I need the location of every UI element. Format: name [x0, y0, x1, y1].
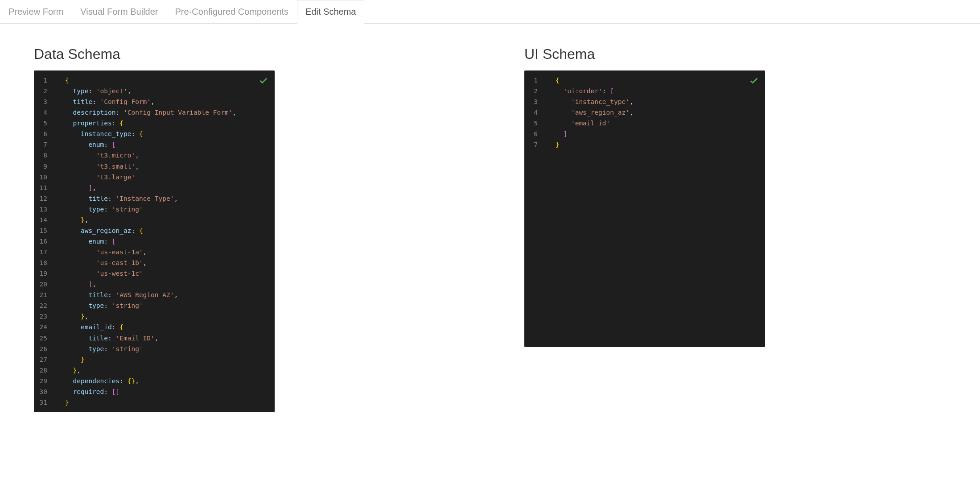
content-area: Data Schema 1234567891011121314151617181… — [0, 24, 980, 435]
data-schema-gutter: 1234567891011121314151617181920212223242… — [34, 70, 52, 412]
data-schema-code[interactable]: { type: 'object', title: 'Config Form', … — [52, 70, 243, 412]
tab-visual-form-builder[interactable]: Visual Form Builder — [72, 0, 166, 23]
tab-edit-schema[interactable]: Edit Schema — [297, 0, 364, 24]
ui-schema-panel: UI Schema 1234567 { 'ui:order': [ 'insta… — [524, 46, 765, 412]
tab-pre-configured-components[interactable]: Pre-Configured Components — [167, 0, 297, 23]
check-icon — [749, 76, 759, 89]
tab-preview-form[interactable]: Preview Form — [0, 0, 72, 23]
check-icon — [259, 76, 268, 89]
ui-schema-gutter: 1234567 — [524, 70, 542, 347]
ui-schema-editor[interactable]: 1234567 { 'ui:order': [ 'instance_type',… — [524, 70, 765, 347]
tab-bar: Preview Form Visual Form Builder Pre-Con… — [0, 0, 980, 24]
data-schema-panel: Data Schema 1234567891011121314151617181… — [34, 46, 275, 412]
data-schema-editor[interactable]: 1234567891011121314151617181920212223242… — [34, 70, 275, 412]
ui-schema-title: UI Schema — [524, 46, 765, 62]
data-schema-title: Data Schema — [34, 46, 275, 62]
ui-schema-code[interactable]: { 'ui:order': [ 'instance_type', 'aws_re… — [542, 70, 640, 347]
